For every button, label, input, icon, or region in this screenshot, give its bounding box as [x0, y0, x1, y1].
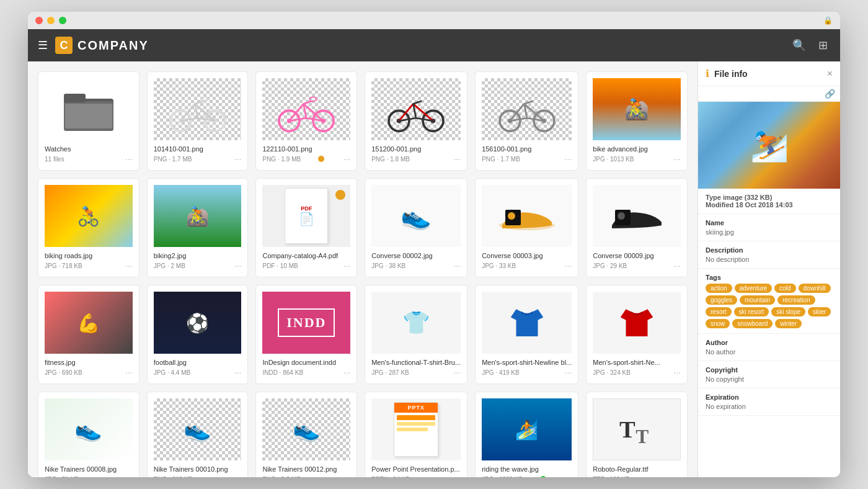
file-thumbnail: PDF 📄	[262, 185, 350, 247]
minimize-button[interactable]	[47, 17, 55, 24]
search-icon[interactable]: 🔍	[790, 36, 808, 55]
list-item[interactable]: 🏄 riding the wave.jpg JPG · 1003 KB ···	[475, 392, 578, 477]
file-thumbnail: INDD	[262, 292, 350, 354]
hamburger-icon[interactable]: ☰	[38, 38, 48, 52]
status-badge	[540, 476, 546, 477]
list-item[interactable]: 151200-001.png PNG · 1.8 MB ···	[365, 71, 467, 171]
maximize-button[interactable]	[59, 17, 66, 24]
main-area: Watches 11 files ···	[28, 61, 840, 477]
panel-header: ℹ File info ×	[698, 61, 840, 86]
file-thumbnail	[593, 185, 681, 247]
file-name: biking2.jpg	[154, 252, 242, 259]
file-options-button[interactable]: ···	[673, 367, 681, 377]
list-item[interactable]: INDD InDesign document.indd INDD · 864 K…	[255, 285, 357, 384]
logo-icon: C	[55, 37, 73, 54]
list-item[interactable]: 👕 Men's-functional-T-shirt-Bru... JPG · …	[365, 285, 467, 384]
file-name: Roboto-Regular.ttf	[593, 465, 681, 473]
file-grid-area: Watches 11 files ···	[28, 61, 698, 477]
file-options-button[interactable]: ···	[673, 474, 681, 477]
file-options-button[interactable]: ···	[234, 261, 242, 271]
svg-text:T: T	[619, 416, 636, 442]
list-item[interactable]: PPTX Power Point Presentation.p...	[365, 392, 467, 477]
file-options-button[interactable]: ···	[343, 261, 351, 271]
file-options-button[interactable]: ···	[565, 474, 572, 477]
file-meta: JPG · 2 MB	[154, 262, 185, 269]
list-item[interactable]: 👟 Nike Trainers 00008.jpg JPG · 51 KB ··…	[38, 392, 140, 477]
file-meta-row: JPG · 287 KB ···	[371, 367, 461, 377]
file-options-button[interactable]: ···	[343, 154, 351, 164]
list-item[interactable]: Converse 00003.jpg JPG · 33 KB ···	[475, 178, 578, 277]
modified-label: Modified	[706, 201, 733, 209]
list-item[interactable]: 156100-001.png PNG · 1.7 MB ···	[475, 71, 578, 171]
list-item[interactable]: Men's-sport-shirt-Ne... JPG · 324 KB ···	[586, 285, 688, 384]
file-options-button[interactable]: ···	[125, 474, 133, 477]
file-options-button[interactable]: ···	[125, 154, 133, 164]
file-options-button[interactable]: ···	[565, 367, 572, 377]
list-item[interactable]: 👟 Nike Trainers 00010.png PNG · 818 KB ·…	[147, 392, 249, 477]
tag: mountain	[740, 295, 775, 305]
grid-icon[interactable]: ⊞	[816, 36, 830, 55]
tag: goggles	[706, 295, 737, 305]
file-options-button[interactable]: ···	[565, 154, 572, 164]
file-thumbnail: 🚵	[154, 185, 242, 247]
list-item[interactable]: 🚴 biking roads.jpg JPG · 718 KB ···	[38, 178, 140, 277]
file-name: Men's-sport-shirt-Newline bl...	[482, 359, 572, 366]
lock-icon: 🔒	[823, 16, 833, 25]
close-icon[interactable]: ×	[827, 68, 833, 79]
file-options-button[interactable]: ···	[343, 474, 351, 477]
file-name: Nike Trainers 00010.png	[154, 465, 242, 473]
file-meta-row: PPTX · 94 KB ···	[371, 474, 461, 477]
list-item[interactable]: 💪 fitness.jpg JPG · 690 KB ···	[38, 285, 140, 384]
type-value: image (332 KB)	[723, 194, 772, 201]
link-icon[interactable]: 🔗	[825, 89, 835, 99]
file-options-button[interactable]: ···	[234, 367, 242, 377]
file-options-button[interactable]: ···	[453, 474, 461, 477]
description-label: Description	[706, 246, 833, 254]
panel-preview: ⛷️	[698, 102, 840, 189]
file-thumbnail	[371, 78, 461, 140]
file-name: bike advanced.jpg	[593, 145, 681, 153]
file-thumbnail: 👟	[45, 398, 133, 460]
file-options-button[interactable]: ···	[453, 261, 461, 271]
list-item[interactable]: 👟 Nike Trainers 00012.png PNG · 2.3 MB ·…	[255, 392, 357, 477]
list-item[interactable]: PDF 📄 Company-catalog-A4.pdf PDF · 10 MB…	[255, 178, 357, 277]
file-thumbnail: 👟	[154, 398, 242, 460]
file-options-button[interactable]: ···	[673, 261, 681, 271]
list-item[interactable]: ⚽ football.jpg JPG · 4.4 MB ···	[147, 285, 249, 384]
tag: snow	[706, 319, 730, 328]
file-name: Power Point Presentation.p...	[371, 465, 461, 473]
file-meta: TTF · 168 KB	[593, 476, 629, 478]
list-item[interactable]: 101410-001.png PNG · 1.7 MB ···	[147, 71, 249, 171]
file-thumbnail	[262, 78, 350, 140]
file-meta: JPG · 1013 KB	[593, 156, 634, 163]
file-options-button[interactable]: ···	[125, 367, 133, 377]
file-options-button[interactable]: ···	[125, 261, 133, 271]
list-item[interactable]: T T Roboto-Regular.ttf TTF · 168 KB ···	[586, 392, 688, 477]
list-item[interactable]: Watches 11 files ···	[38, 71, 140, 171]
file-options-button[interactable]: ···	[234, 154, 242, 164]
list-item[interactable]: Converse 00009.jpg JPG · 29 KB ···	[586, 178, 688, 277]
file-options-button[interactable]: ···	[565, 261, 572, 271]
close-button[interactable]	[35, 17, 43, 24]
file-meta: JPG · 33 KB	[482, 262, 516, 269]
list-item[interactable]: 🚵 biking2.jpg JPG · 2 MB ···	[147, 178, 249, 277]
file-meta-row: JPG · 324 KB ···	[593, 367, 681, 377]
list-item[interactable]: 122110-001.png PNG · 1.9 MB ···	[255, 71, 357, 171]
file-name: InDesign document.indd	[262, 359, 350, 366]
list-item[interactable]: 👟 Converse 00002.jpg JPG · 38 KB ···	[365, 178, 467, 277]
file-options-button[interactable]: ···	[453, 154, 461, 164]
file-options-button[interactable]: ···	[673, 154, 681, 164]
copyright-label: Copyright	[706, 366, 833, 374]
file-options-button[interactable]: ···	[343, 367, 351, 377]
file-options-button[interactable]: ···	[234, 474, 242, 477]
author-value: No author	[706, 348, 833, 356]
file-meta: PNG · 2.3 MB	[262, 476, 301, 478]
file-name: Men's-sport-shirt-Ne...	[593, 359, 681, 366]
file-name: 101410-001.png	[154, 145, 242, 153]
file-meta: PNG · 1.7 MB	[482, 156, 520, 163]
file-meta-row: JPG · 690 KB ···	[45, 367, 133, 377]
svg-point-14	[201, 97, 208, 101]
file-options-button[interactable]: ···	[453, 367, 461, 377]
list-item[interactable]: Men's-sport-shirt-Newline bl... JPG · 41…	[475, 285, 578, 384]
list-item[interactable]: 🚵 bike advanced.jpg JPG · 1013 KB ···	[586, 71, 688, 171]
